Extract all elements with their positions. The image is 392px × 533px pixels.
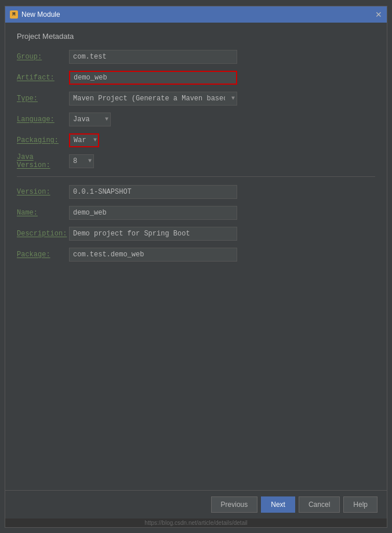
language-select[interactable]: Java Kotlin Groovy	[69, 113, 111, 126]
artifact-input[interactable]	[69, 71, 237, 85]
java-version-select[interactable]: 8 11 17	[69, 154, 94, 168]
group-input[interactable]	[69, 50, 237, 64]
artifact-label: Artifact:	[17, 74, 69, 82]
version-label: Version:	[17, 188, 69, 196]
package-row: Package:	[17, 246, 375, 263]
type-row: Type: Maven Project (Generate a Maven ba…	[17, 90, 375, 107]
language-label: Language:	[17, 115, 69, 124]
dialog-title: New Module	[21, 10, 60, 19]
artifact-row: Artifact:	[17, 70, 375, 86]
language-row: Language: Java Kotlin Groovy ▼	[17, 111, 375, 128]
name-row: Name:	[17, 205, 375, 221]
type-label: Type:	[17, 95, 69, 103]
group-label: Group:	[17, 53, 69, 61]
title-bar: M New Module ✕	[5, 6, 387, 23]
package-label: Package:	[17, 251, 69, 259]
url-text: https://blog.csdn.net/article/details/de…	[144, 520, 247, 526]
next-button[interactable]: Next	[261, 496, 295, 513]
dialog-icon: M	[10, 10, 18, 19]
bottom-bar: Previous Next Cancel Help	[5, 490, 387, 519]
url-bar: https://blog.csdn.net/article/details/de…	[5, 519, 387, 527]
language-select-wrapper: Java Kotlin Groovy ▼	[69, 113, 111, 126]
packaging-row: Packaging: Jar War ▼	[17, 132, 375, 148]
java-version-label: Java Version:	[17, 153, 69, 169]
help-button[interactable]: Help	[343, 496, 378, 513]
title-bar-left: M New Module	[10, 10, 60, 19]
type-select-wrapper: Maven Project (Generate a Maven based pr…	[69, 92, 237, 106]
java-version-row: Java Version: 8 11 17 ▼	[17, 153, 375, 169]
type-select[interactable]: Maven Project (Generate a Maven based pr…	[69, 92, 237, 106]
packaging-select-wrapper: Jar War ▼	[69, 133, 99, 147]
close-button[interactable]: ✕	[375, 10, 382, 19]
version-input[interactable]	[69, 185, 237, 199]
description-label: Description:	[17, 230, 69, 238]
dialog-content: Project Metadata Group: Artifact: Type: …	[5, 23, 387, 490]
cancel-button[interactable]: Cancel	[299, 496, 340, 513]
name-input[interactable]	[69, 206, 237, 220]
section-title: Project Metadata	[17, 32, 375, 41]
version-row: Version:	[17, 184, 375, 200]
description-input[interactable]	[69, 227, 237, 241]
previous-button[interactable]: Previous	[211, 496, 258, 513]
divider	[17, 176, 375, 177]
package-input[interactable]	[69, 248, 237, 262]
name-label: Name:	[17, 209, 69, 217]
description-row: Description:	[17, 226, 375, 242]
new-module-dialog: M New Module ✕ Project Metadata Group: A…	[5, 6, 387, 528]
packaging-label: Packaging:	[17, 136, 69, 144]
java-version-select-wrapper: 8 11 17 ▼	[69, 154, 94, 168]
packaging-select[interactable]: Jar War	[69, 133, 99, 147]
group-row: Group:	[17, 49, 375, 65]
